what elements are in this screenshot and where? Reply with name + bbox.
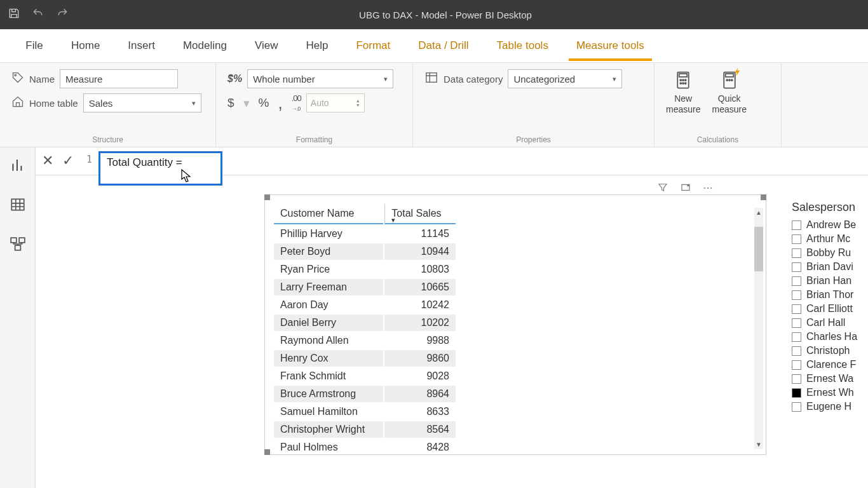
slicer-item[interactable]: Arthur Mc [792,232,868,246]
slicer-item[interactable]: Bobby Ru [792,246,868,260]
commit-formula-button[interactable]: ✓ [62,152,74,169]
svg-point-13 [729,79,730,81]
slicer-item[interactable]: Ernest Wh [792,386,868,400]
save-icon[interactable] [8,7,20,22]
checkbox-icon[interactable] [792,248,801,258]
data-category-label: Data category [444,74,503,85]
table-row[interactable]: Bruce Armstrong8964 [274,386,456,402]
tab-view[interactable]: View [241,29,292,62]
tab-format[interactable]: Format [342,29,404,62]
report-canvas[interactable]: ⋯ ▲ ▼ Customer Name Total Sales Phillip … [36,175,868,488]
decimal-places-input[interactable]: Auto ▲▼ [306,93,365,112]
checkbox-icon[interactable] [792,346,801,356]
table-row[interactable]: Larry Freeman10665 [274,279,456,295]
svg-rect-3 [679,74,688,77]
table-row[interactable]: Henry Cox9860 [274,350,456,367]
slicer-item[interactable]: Carl Elliott [792,302,868,316]
checkbox-icon[interactable] [792,276,801,286]
slicer-title: Salesperson [792,201,868,214]
resize-handle[interactable] [264,194,270,200]
svg-point-12 [726,79,728,81]
percent-button[interactable]: % [259,96,269,110]
report-view-button[interactable] [8,155,28,175]
menu-bar: File Home Insert Modeling View Help Form… [0,29,868,63]
scrollbar[interactable]: ▲ ▼ [754,208,763,449]
tab-insert[interactable]: Insert [114,29,169,62]
slicer-item[interactable]: Brian Davi [792,260,868,274]
checkbox-icon[interactable] [792,304,801,314]
home-table-label: Home table [29,98,78,109]
slicer-item[interactable]: Clarence F [792,358,868,372]
tab-home[interactable]: Home [57,29,114,62]
checkbox-icon[interactable] [792,262,801,272]
home-table-select[interactable]: Sales▾ [83,93,201,112]
table-row[interactable]: Phillip Harvey11145 [274,226,456,242]
checkbox-icon[interactable] [792,220,801,230]
visual-header: ⋯ [657,182,714,196]
checkbox-icon[interactable] [792,332,801,342]
table-row[interactable]: Samuel Hamilton8633 [274,403,456,420]
data-view-button[interactable] [8,194,28,215]
scroll-up-icon[interactable]: ▲ [756,209,762,216]
tab-modeling[interactable]: Modeling [169,29,241,62]
tab-table-tools[interactable]: Table tools [483,29,562,62]
redo-icon[interactable] [56,7,69,22]
table-row[interactable]: Daniel Berry10202 [274,315,456,331]
slicer-item[interactable]: Carl Hall [792,316,868,330]
checkbox-icon[interactable] [792,402,801,412]
name-label: Name [29,74,55,85]
slicer-item[interactable]: Christoph [792,344,868,358]
filter-icon[interactable] [657,182,668,196]
tab-data-drill[interactable]: Data / Drill [404,29,482,62]
slicer-item[interactable]: Charles Ha [792,330,868,344]
table-row[interactable]: Frank Schmidt9028 [274,368,456,384]
tab-help[interactable]: Help [292,29,342,62]
slicer-item[interactable]: Ernest Wa [792,372,868,386]
checkbox-icon[interactable] [792,290,801,300]
more-options-icon[interactable]: ⋯ [703,182,714,196]
salesperson-slicer[interactable]: Salesperson Andrew BeArthur McBobby RuBr… [792,201,868,414]
stepper-icon[interactable]: ▲▼ [356,98,360,107]
formula-input[interactable]: Total Quantity = [98,151,222,186]
column-header-customer[interactable]: Customer Name [274,204,383,224]
focus-mode-icon[interactable] [680,182,691,196]
checkbox-icon[interactable] [792,360,801,370]
comma-button[interactable]: , [278,100,282,106]
table-row[interactable]: Peter Boyd10944 [274,243,456,260]
table-row[interactable]: Paul Holmes8428 [274,439,456,456]
checkbox-icon[interactable] [792,234,801,244]
undo-icon[interactable] [32,7,44,22]
tab-measure-tools[interactable]: Measure tools [562,29,658,62]
decimals-button[interactable]: .00→.0 [292,93,301,112]
resize-handle[interactable] [264,449,270,455]
data-category-select[interactable]: Uncategorized▾ [508,69,622,88]
svg-point-0 [15,74,17,76]
name-input[interactable] [60,69,178,88]
table-row[interactable]: Christopher Wright8564 [274,421,456,438]
scroll-thumb[interactable] [754,227,763,271]
column-header-sales[interactable]: Total Sales [384,204,456,224]
table-row[interactable]: Aaron Day10242 [274,297,456,313]
tag-icon [11,71,24,86]
format-select[interactable]: Whole number▾ [247,69,393,88]
checkbox-icon[interactable] [792,318,801,328]
currency-button[interactable]: $ [227,96,234,110]
table-row[interactable]: Ryan Price10803 [274,261,456,278]
ribbon: Name Home table Sales▾ Structure $% Whol… [0,63,868,147]
checkbox-icon[interactable] [792,388,801,398]
slicer-item[interactable]: Brian Han [792,274,868,288]
scroll-down-icon[interactable]: ▼ [756,441,762,448]
model-view-button[interactable] [8,234,28,254]
slicer-item[interactable]: Brian Thor [792,288,868,302]
table-visual[interactable]: ▲ ▼ Customer Name Total Sales Phillip Ha… [264,194,766,455]
new-measure-button[interactable]: Newmeasure [666,69,700,115]
cancel-formula-button[interactable]: ✕ [42,152,53,169]
slicer-item[interactable]: Eugene H [792,400,868,414]
checkbox-icon[interactable] [792,374,801,384]
slicer-item[interactable]: Andrew Be [792,218,868,232]
file-menu[interactable]: File [11,29,57,62]
table-row[interactable]: Raymond Allen9988 [274,332,456,349]
resize-handle[interactable] [761,194,766,200]
window-title: UBG to DAX - Model - Power BI Desktop [69,10,860,20]
quick-measure-button[interactable]: Quickmeasure [712,69,746,115]
